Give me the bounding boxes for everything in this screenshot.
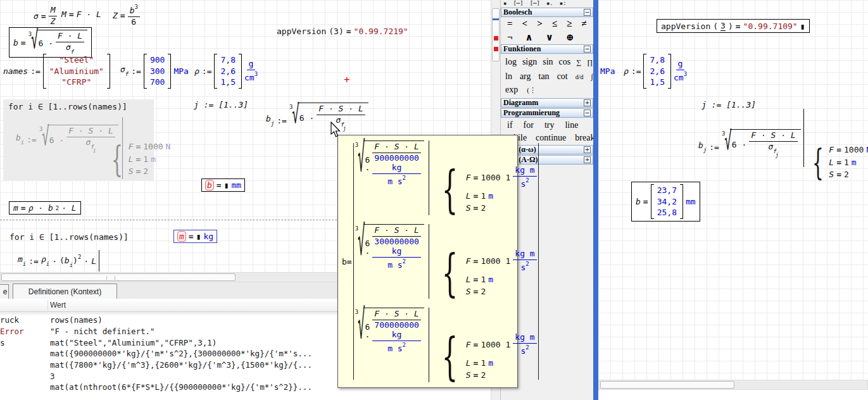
formula-sigma-f[interactable]: σf := 900 300 700 MPa [120,54,189,89]
formula-section-modulus[interactable]: Z = b3 6 [113,4,140,27]
formula-rho[interactable]: ρ := 7,8 2,6 1,5 g cm3 [624,54,687,89]
value: 1000 1 [481,172,510,184]
funktionen-row-3: exp (⋮ [503,85,539,95]
matrix-el2-icon[interactable]: ▪: [560,0,567,8]
op-equals[interactable]: = [505,18,515,29]
value: 2 [481,203,486,214]
op-and[interactable]: ∧ [523,32,536,43]
fn-ln[interactable]: ln [503,72,515,82]
value: 1000 [143,141,163,153]
var-sigma-f: σ [66,42,71,52]
formula-names[interactable]: names := "Steel" "Aluminium" "CFRP" [3,54,110,89]
collapse-icon[interactable]: − [584,9,591,16]
derivative-icon[interactable]: d/d [573,73,586,80]
equals: = [474,274,479,285]
fn-exp[interactable]: exp [503,85,520,95]
tab-definitionen-kontext[interactable]: Definitionen (Kontext) [13,284,117,299]
formula-m-i[interactable]: mi := ρi · (bi)2 · L [18,250,99,272]
palette-header-programmierung[interactable]: Programmierung − [501,108,593,118]
formula-appversion-left[interactable]: appVersion(3) = "0.99.7219" [277,27,408,36]
unit-mm: mm [231,180,241,190]
error-marker[interactable] [494,36,498,41]
matrix-cell: 23,7 [657,185,677,196]
matrix-row-icon[interactable]: [⋯] [513,0,523,8]
function-args-icon[interactable]: (⋮ [524,86,539,94]
formula-rho[interactable]: ρ := 7,8 2,6 1,5 g cm3 [194,54,258,89]
kw-line[interactable]: line [562,120,581,130]
op-xor[interactable]: ⊕ [563,32,577,43]
radical-sign: √ [292,99,299,128]
equals: = [474,203,479,214]
tooltip-block-2: 3 √ 6 · F · S · L 300000000 kgm s2 { F=1… [355,224,537,299]
evaluated-at-bar [429,224,429,299]
collapse-icon[interactable]: − [584,46,591,53]
fn-arg[interactable]: arg [517,72,534,82]
left-vscrollbar-thumb[interactable] [492,8,500,61]
tab-partial[interactable]: e [0,284,9,299]
unit-ms: m s [387,344,402,353]
op-geq[interactable]: ≥ [564,18,574,29]
kw-for[interactable]: for [521,120,536,130]
fn-cos[interactable]: cos [557,57,574,67]
matrix-el-icon[interactable]: ▪. [546,0,553,8]
result-b-matrix-box[interactable]: b = 23,7 34,2 25,8 mm [631,182,700,222]
formula-sigma[interactable]: σ = M Z [34,6,57,27]
kw-try[interactable]: try [542,120,557,130]
left-hscrollbar-thumb[interactable] [1,273,236,281]
paren: ( [713,22,718,31]
column-header-wert[interactable]: Wert [50,301,66,309]
palette-header-funktionen[interactable]: Funktionen − [501,44,593,54]
op-less[interactable]: < [520,18,531,29]
var-b-error: b [205,180,214,191]
fn-sin[interactable]: sin [540,57,555,67]
bracket-right [538,143,539,380]
value: 1 [143,154,148,165]
paren: ( [60,256,65,265]
kw-continue[interactable]: continue [533,133,569,143]
fn-sign[interactable]: sign [520,57,539,67]
value: 1 [844,157,849,168]
expand-icon[interactable]: + [584,99,591,106]
formula-moment[interactable]: M = F · L [61,9,101,19]
formula-loop-b-selected[interactable]: for i ∈ [1..rows(names)] bi := 3 √ 6 · F… [3,99,154,180]
formula-j-range[interactable]: j := [1..3] [194,100,248,109]
palette-title: Boolesch [503,8,532,17]
expand-icon[interactable]: + [584,146,591,153]
worksheet-right[interactable]: appVersion(3) = "0.99.7109" ▮ MPa ρ := 7… [598,0,868,380]
equals: = [474,172,479,184]
subscript-i: i [46,261,49,267]
palette-header-boolesch[interactable]: Boolesch − [501,8,593,17]
op-leq[interactable]: ≤ [550,18,560,29]
fn-cot[interactable]: cot [555,72,570,82]
result-m-error-box[interactable]: m = ▮ kg [173,230,217,243]
equals: = [120,11,125,20]
palette-header-diagramm[interactable]: Diagramm + [501,98,593,108]
error-marker[interactable] [494,47,498,51]
formula-b-j[interactable]: bj := 3 √ 6 · F · S · L σfj { F=1000N L [698,108,868,180]
op-greater[interactable]: > [534,18,545,29]
op-not[interactable]: ¬ [505,32,515,43]
sum-icon[interactable]: ∑ [574,58,584,66]
kw-if[interactable]: if [505,120,515,130]
formula-appversion-right-selected[interactable]: appVersion(3) = "0.99.7109" ▮ [657,19,810,33]
coefficient: 6 · [299,113,314,123]
fn-log[interactable]: log [503,57,519,67]
for-loop-m-head[interactable]: for i ∈ [1..rows(names)] [9,232,129,242]
op-or[interactable]: ∨ [543,32,556,43]
var-L: L [466,191,471,202]
var-b: b [266,114,271,123]
formula-b-j[interactable]: bj := 3 √ 6 · F · S · L σfj [266,103,368,132]
right-hscrollbar-thumb[interactable] [600,381,734,389]
fn-tan[interactable]: tan [536,72,552,82]
collapse-icon[interactable]: − [584,109,591,116]
right-hscrollbar-track[interactable] [598,380,868,390]
matrix-col-icon[interactable]: [⋯] [530,0,540,8]
formula-m-boxed[interactable]: m = ρ · b2 · L [9,201,81,215]
matrix-icon[interactable]: ▪ [503,0,506,8]
var-F: F [466,172,471,184]
op-neq[interactable]: ≠ [579,18,589,29]
unit-exp: 2 [403,342,406,348]
expand-icon[interactable]: + [584,156,591,163]
evaluated-at-bar [429,308,429,382]
result-b-error-box[interactable]: b = ▮ mm [201,178,245,192]
